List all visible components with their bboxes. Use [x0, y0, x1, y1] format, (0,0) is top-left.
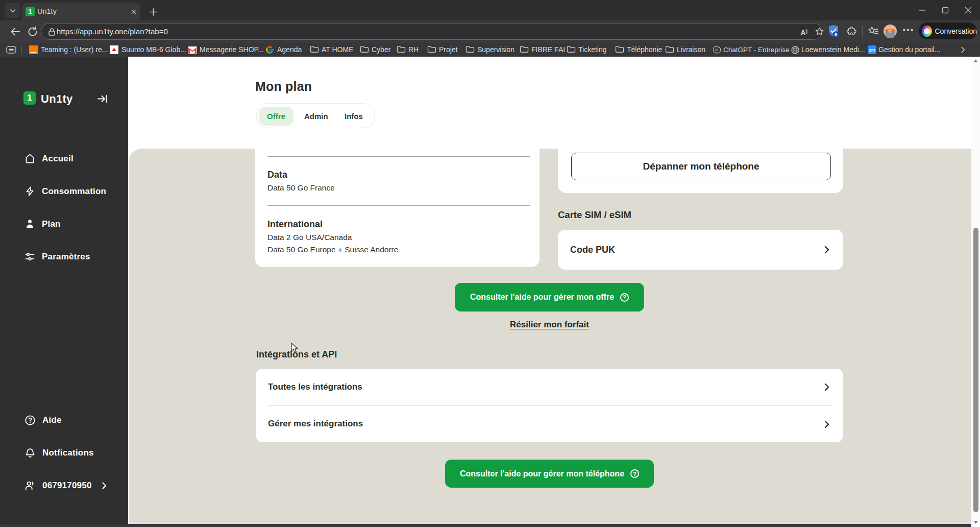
svg-text:zm: zm [869, 47, 875, 53]
svg-text:6: 6 [835, 32, 837, 37]
